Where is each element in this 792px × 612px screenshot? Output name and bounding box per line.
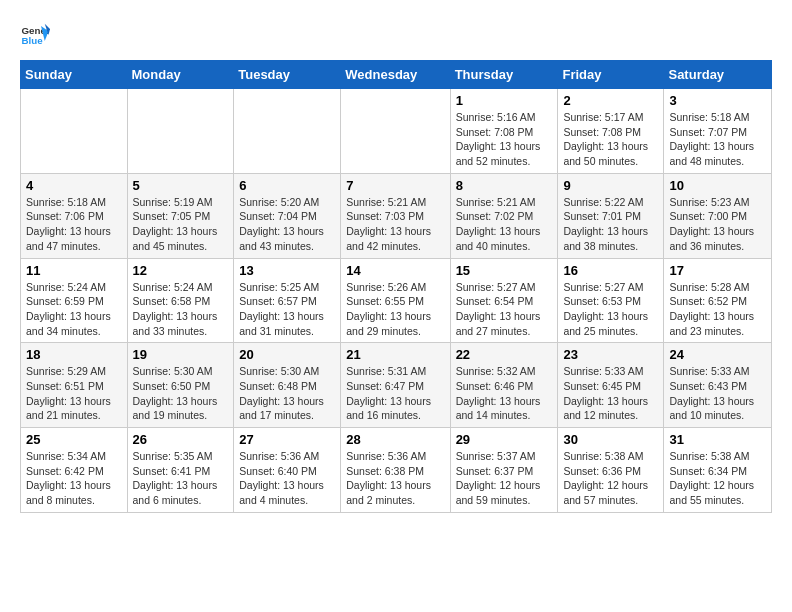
day-info: Sunrise: 5:30 AMSunset: 6:50 PMDaylight:… (133, 364, 229, 423)
day-number: 5 (133, 178, 229, 193)
calendar-cell: 31Sunrise: 5:38 AMSunset: 6:34 PMDayligh… (664, 428, 772, 513)
svg-text:Blue: Blue (22, 35, 44, 46)
day-number: 13 (239, 263, 335, 278)
day-header-sunday: Sunday (21, 61, 128, 89)
week-row-1: 1Sunrise: 5:16 AMSunset: 7:08 PMDaylight… (21, 89, 772, 174)
calendar-cell: 21Sunrise: 5:31 AMSunset: 6:47 PMDayligh… (341, 343, 450, 428)
calendar-cell: 23Sunrise: 5:33 AMSunset: 6:45 PMDayligh… (558, 343, 664, 428)
day-info: Sunrise: 5:38 AMSunset: 6:36 PMDaylight:… (563, 449, 658, 508)
calendar-cell: 19Sunrise: 5:30 AMSunset: 6:50 PMDayligh… (127, 343, 234, 428)
day-info: Sunrise: 5:33 AMSunset: 6:45 PMDaylight:… (563, 364, 658, 423)
day-info: Sunrise: 5:27 AMSunset: 6:53 PMDaylight:… (563, 280, 658, 339)
day-number: 22 (456, 347, 553, 362)
calendar-cell (234, 89, 341, 174)
days-header-row: SundayMondayTuesdayWednesdayThursdayFrid… (21, 61, 772, 89)
calendar-cell: 30Sunrise: 5:38 AMSunset: 6:36 PMDayligh… (558, 428, 664, 513)
day-info: Sunrise: 5:38 AMSunset: 6:34 PMDaylight:… (669, 449, 766, 508)
day-number: 27 (239, 432, 335, 447)
day-number: 28 (346, 432, 444, 447)
calendar-cell: 17Sunrise: 5:28 AMSunset: 6:52 PMDayligh… (664, 258, 772, 343)
day-info: Sunrise: 5:17 AMSunset: 7:08 PMDaylight:… (563, 110, 658, 169)
day-number: 30 (563, 432, 658, 447)
day-number: 24 (669, 347, 766, 362)
day-info: Sunrise: 5:18 AMSunset: 7:07 PMDaylight:… (669, 110, 766, 169)
day-number: 14 (346, 263, 444, 278)
day-info: Sunrise: 5:20 AMSunset: 7:04 PMDaylight:… (239, 195, 335, 254)
day-number: 4 (26, 178, 122, 193)
logo: General Blue (20, 20, 50, 50)
page-header: General Blue (20, 20, 772, 50)
day-number: 6 (239, 178, 335, 193)
week-row-3: 11Sunrise: 5:24 AMSunset: 6:59 PMDayligh… (21, 258, 772, 343)
day-info: Sunrise: 5:25 AMSunset: 6:57 PMDaylight:… (239, 280, 335, 339)
day-number: 11 (26, 263, 122, 278)
calendar-cell: 24Sunrise: 5:33 AMSunset: 6:43 PMDayligh… (664, 343, 772, 428)
week-row-4: 18Sunrise: 5:29 AMSunset: 6:51 PMDayligh… (21, 343, 772, 428)
calendar-cell: 26Sunrise: 5:35 AMSunset: 6:41 PMDayligh… (127, 428, 234, 513)
calendar-table: SundayMondayTuesdayWednesdayThursdayFrid… (20, 60, 772, 513)
calendar-cell: 20Sunrise: 5:30 AMSunset: 6:48 PMDayligh… (234, 343, 341, 428)
calendar-cell: 9Sunrise: 5:22 AMSunset: 7:01 PMDaylight… (558, 173, 664, 258)
day-number: 10 (669, 178, 766, 193)
calendar-cell: 10Sunrise: 5:23 AMSunset: 7:00 PMDayligh… (664, 173, 772, 258)
day-info: Sunrise: 5:19 AMSunset: 7:05 PMDaylight:… (133, 195, 229, 254)
day-number: 7 (346, 178, 444, 193)
day-info: Sunrise: 5:23 AMSunset: 7:00 PMDaylight:… (669, 195, 766, 254)
calendar-cell (21, 89, 128, 174)
day-info: Sunrise: 5:29 AMSunset: 6:51 PMDaylight:… (26, 364, 122, 423)
day-info: Sunrise: 5:28 AMSunset: 6:52 PMDaylight:… (669, 280, 766, 339)
calendar-cell: 2Sunrise: 5:17 AMSunset: 7:08 PMDaylight… (558, 89, 664, 174)
day-info: Sunrise: 5:18 AMSunset: 7:06 PMDaylight:… (26, 195, 122, 254)
day-info: Sunrise: 5:24 AMSunset: 6:58 PMDaylight:… (133, 280, 229, 339)
calendar-cell: 27Sunrise: 5:36 AMSunset: 6:40 PMDayligh… (234, 428, 341, 513)
calendar-cell: 13Sunrise: 5:25 AMSunset: 6:57 PMDayligh… (234, 258, 341, 343)
calendar-cell (127, 89, 234, 174)
calendar-cell: 12Sunrise: 5:24 AMSunset: 6:58 PMDayligh… (127, 258, 234, 343)
day-info: Sunrise: 5:37 AMSunset: 6:37 PMDaylight:… (456, 449, 553, 508)
day-number: 17 (669, 263, 766, 278)
calendar-cell: 11Sunrise: 5:24 AMSunset: 6:59 PMDayligh… (21, 258, 128, 343)
calendar-cell: 3Sunrise: 5:18 AMSunset: 7:07 PMDaylight… (664, 89, 772, 174)
calendar-cell: 1Sunrise: 5:16 AMSunset: 7:08 PMDaylight… (450, 89, 558, 174)
logo-icon: General Blue (20, 20, 50, 50)
week-row-2: 4Sunrise: 5:18 AMSunset: 7:06 PMDaylight… (21, 173, 772, 258)
day-number: 3 (669, 93, 766, 108)
calendar-cell (341, 89, 450, 174)
calendar-cell: 8Sunrise: 5:21 AMSunset: 7:02 PMDaylight… (450, 173, 558, 258)
day-number: 18 (26, 347, 122, 362)
day-number: 8 (456, 178, 553, 193)
calendar-cell: 16Sunrise: 5:27 AMSunset: 6:53 PMDayligh… (558, 258, 664, 343)
day-info: Sunrise: 5:27 AMSunset: 6:54 PMDaylight:… (456, 280, 553, 339)
day-info: Sunrise: 5:22 AMSunset: 7:01 PMDaylight:… (563, 195, 658, 254)
day-info: Sunrise: 5:16 AMSunset: 7:08 PMDaylight:… (456, 110, 553, 169)
day-info: Sunrise: 5:24 AMSunset: 6:59 PMDaylight:… (26, 280, 122, 339)
calendar-cell: 14Sunrise: 5:26 AMSunset: 6:55 PMDayligh… (341, 258, 450, 343)
calendar-cell: 29Sunrise: 5:37 AMSunset: 6:37 PMDayligh… (450, 428, 558, 513)
day-info: Sunrise: 5:26 AMSunset: 6:55 PMDaylight:… (346, 280, 444, 339)
calendar-cell: 28Sunrise: 5:36 AMSunset: 6:38 PMDayligh… (341, 428, 450, 513)
day-info: Sunrise: 5:32 AMSunset: 6:46 PMDaylight:… (456, 364, 553, 423)
day-header-wednesday: Wednesday (341, 61, 450, 89)
day-number: 15 (456, 263, 553, 278)
day-info: Sunrise: 5:31 AMSunset: 6:47 PMDaylight:… (346, 364, 444, 423)
day-number: 21 (346, 347, 444, 362)
day-info: Sunrise: 5:36 AMSunset: 6:40 PMDaylight:… (239, 449, 335, 508)
day-info: Sunrise: 5:21 AMSunset: 7:03 PMDaylight:… (346, 195, 444, 254)
week-row-5: 25Sunrise: 5:34 AMSunset: 6:42 PMDayligh… (21, 428, 772, 513)
day-number: 9 (563, 178, 658, 193)
calendar-cell: 5Sunrise: 5:19 AMSunset: 7:05 PMDaylight… (127, 173, 234, 258)
day-number: 29 (456, 432, 553, 447)
day-info: Sunrise: 5:30 AMSunset: 6:48 PMDaylight:… (239, 364, 335, 423)
calendar-cell: 4Sunrise: 5:18 AMSunset: 7:06 PMDaylight… (21, 173, 128, 258)
calendar-cell: 6Sunrise: 5:20 AMSunset: 7:04 PMDaylight… (234, 173, 341, 258)
day-number: 20 (239, 347, 335, 362)
day-number: 26 (133, 432, 229, 447)
day-number: 1 (456, 93, 553, 108)
day-header-thursday: Thursday (450, 61, 558, 89)
day-number: 25 (26, 432, 122, 447)
day-number: 23 (563, 347, 658, 362)
day-header-saturday: Saturday (664, 61, 772, 89)
day-header-friday: Friday (558, 61, 664, 89)
day-number: 31 (669, 432, 766, 447)
calendar-cell: 7Sunrise: 5:21 AMSunset: 7:03 PMDaylight… (341, 173, 450, 258)
